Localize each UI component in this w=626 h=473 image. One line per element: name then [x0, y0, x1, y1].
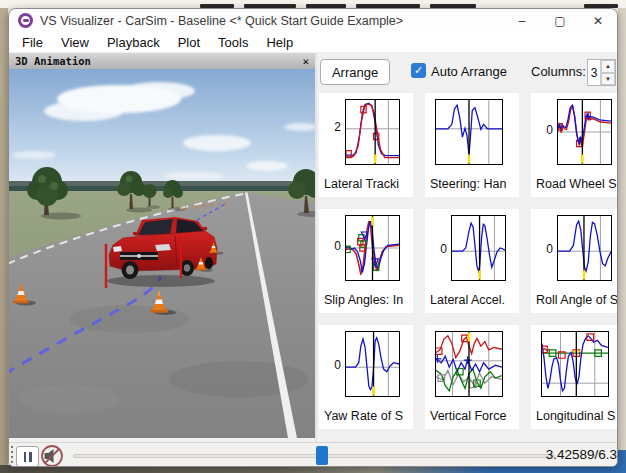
- desktop-background: [618, 8, 626, 473]
- mute-button[interactable]: [40, 444, 64, 467]
- plot-thumbnail-chart: [557, 215, 612, 281]
- plot-thumbnail-chart: [435, 99, 503, 165]
- close-button[interactable]: ✕: [579, 9, 617, 32]
- auto-arrange-checkbox[interactable]: ✓: [411, 63, 426, 78]
- background-occluded-window: [0, 0, 626, 8]
- spinner-up-icon[interactable]: ▲: [601, 60, 615, 73]
- plot-card[interactable]: 0Lateral Accel.: [425, 209, 519, 313]
- plot-y-tick: 0: [321, 358, 341, 372]
- columns-label: Columns:: [531, 64, 586, 79]
- plot-label: Roll Angle of S: [531, 293, 618, 307]
- plots-panel: Arrange ✓ Auto Arrange Columns: 3 ▲ ▼ 2L…: [317, 53, 618, 442]
- animation-panel: 3D Animation ✕: [9, 53, 315, 442]
- plot-card[interactable]: 0Slip Angles: In: [319, 209, 413, 313]
- app-window: VS Visualizer - CarSim - Baseline <* Qui…: [8, 8, 618, 467]
- plot-y-tick: 0: [533, 242, 553, 256]
- plot-card[interactable]: Vertical Force: [425, 325, 519, 429]
- pause-button[interactable]: [16, 446, 39, 467]
- menu-item-playback[interactable]: Playback: [98, 35, 169, 50]
- panel-close-icon[interactable]: ✕: [302, 55, 309, 68]
- menu-item-plot[interactable]: Plot: [169, 35, 209, 50]
- columns-spinner[interactable]: 3 ▲ ▼: [587, 59, 616, 86]
- plot-label: Vertical Force: [425, 409, 519, 423]
- toolbar-grip[interactable]: [11, 446, 13, 466]
- spinner-down-icon[interactable]: ▼: [601, 73, 615, 86]
- menu-item-view[interactable]: View: [52, 35, 98, 50]
- plot-y-tick: 0: [427, 242, 447, 256]
- timeline-slider-track[interactable]: [73, 454, 555, 458]
- columns-value[interactable]: 3: [588, 60, 600, 85]
- timeline-slider-thumb[interactable]: [316, 446, 328, 465]
- main-content: 3D Animation ✕: [9, 53, 618, 442]
- maximize-button[interactable]: ▢: [541, 9, 579, 32]
- menu-bar: FileViewPlaybackPlotToolsHelp: [9, 32, 617, 53]
- plot-thumbnail-chart: [435, 331, 503, 397]
- plot-card[interactable]: Steering: Han: [425, 93, 519, 197]
- plot-card[interactable]: 0Yaw Rate of S: [319, 325, 413, 429]
- app-icon: [18, 13, 33, 28]
- plot-label: Longitudinal S: [531, 409, 618, 423]
- plots-grid: 2Lateral TrackiSteering: Han0Road Wheel …: [319, 93, 618, 429]
- plot-thumbnail-chart: [345, 331, 400, 397]
- plot-thumbnail-chart: [557, 99, 612, 165]
- playback-bar: 3.42589/6.3: [9, 442, 618, 467]
- plot-card[interactable]: 0Roll Angle of S: [531, 209, 618, 313]
- time-display: 3.42589/6.3: [546, 447, 617, 462]
- muted-speaker-icon: [40, 444, 64, 467]
- minimize-button[interactable]: –: [503, 9, 541, 32]
- plot-label: Yaw Rate of S: [319, 409, 413, 423]
- title-bar: VS Visualizer - CarSim - Baseline <* Qui…: [9, 9, 617, 32]
- plot-label: Slip Angles: In: [319, 293, 413, 307]
- plot-label: Lateral Accel.: [425, 293, 519, 307]
- desktop-background: [0, 8, 8, 473]
- menu-item-file[interactable]: File: [13, 35, 52, 50]
- plot-card[interactable]: Longitudinal S: [531, 325, 618, 429]
- animation-panel-title: 3D Animation: [15, 55, 302, 67]
- 3d-viewport[interactable]: [9, 69, 315, 438]
- plot-y-tick: 0: [533, 123, 553, 137]
- plot-label: Road Wheel S: [531, 177, 618, 191]
- plot-y-tick: 0: [321, 239, 341, 253]
- arrange-button[interactable]: Arrange: [320, 59, 390, 85]
- menu-item-tools[interactable]: Tools: [209, 35, 257, 50]
- plot-card[interactable]: 0Road Wheel S: [531, 93, 618, 197]
- plot-label: Lateral Tracki: [319, 177, 413, 191]
- plots-toolbar: Arrange ✓ Auto Arrange Columns: 3 ▲ ▼: [317, 53, 618, 89]
- menu-item-help[interactable]: Help: [257, 35, 302, 50]
- plot-y-tick: 2: [321, 120, 341, 134]
- plot-thumbnail-chart: [345, 99, 400, 165]
- window-title: VS Visualizer - CarSim - Baseline <* Qui…: [40, 14, 503, 28]
- animation-panel-header: 3D Animation ✕: [9, 53, 315, 69]
- plot-thumbnail-chart: [451, 215, 506, 281]
- 3d-scene: [9, 69, 315, 438]
- plot-thumbnail-chart: [541, 331, 609, 397]
- plot-card[interactable]: 2Lateral Tracki: [319, 93, 413, 197]
- plot-label: Steering: Han: [425, 177, 519, 191]
- auto-arrange-label[interactable]: Auto Arrange: [431, 64, 507, 79]
- plot-thumbnail-chart: [345, 215, 400, 281]
